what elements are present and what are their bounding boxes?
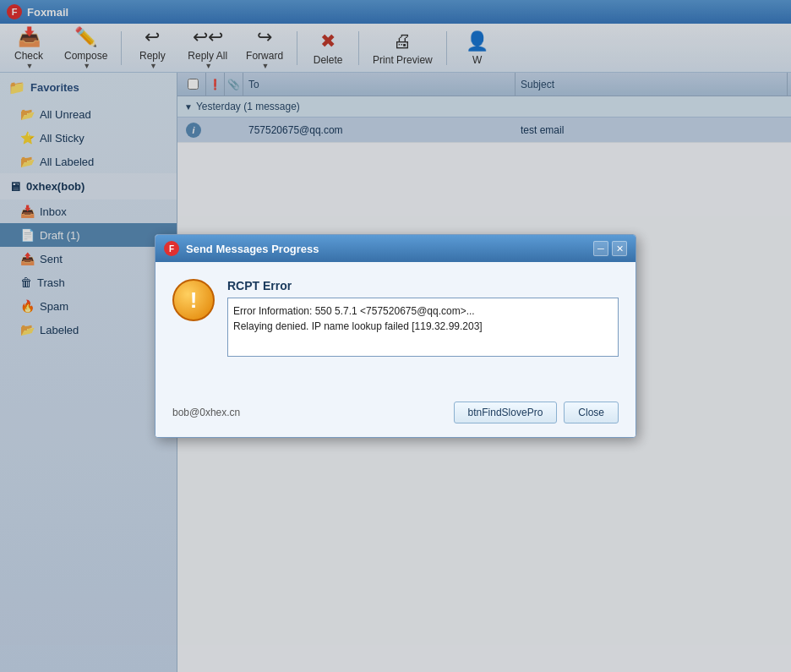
error-content: RCPT Error xyxy=(227,279,619,359)
modal-footer: bob@0xhex.cn btnFindSlovePro Close xyxy=(155,393,636,437)
error-title: RCPT Error xyxy=(227,279,619,292)
send-messages-progress-modal: F Send Messages Progress ─ ✕ ! RCPT Erro… xyxy=(155,234,636,438)
error-textbox[interactable] xyxy=(227,298,619,357)
modal-title-bar: F Send Messages Progress ─ ✕ xyxy=(155,235,636,262)
modal-close-btn[interactable]: Close xyxy=(564,402,619,423)
find-slove-pro-button[interactable]: btnFindSlovePro xyxy=(454,402,558,423)
modal-body: ! RCPT Error xyxy=(155,262,636,393)
modal-user-label: bob@0xhex.cn xyxy=(172,407,240,418)
modal-title-left: F Send Messages Progress xyxy=(164,241,319,256)
modal-close-button[interactable]: ✕ xyxy=(612,241,627,256)
modal-close-icon: ✕ xyxy=(616,243,624,254)
modal-minimize-button[interactable]: ─ xyxy=(593,241,608,256)
modal-minimize-icon: ─ xyxy=(597,243,604,254)
modal-error-section: ! RCPT Error xyxy=(172,279,619,359)
modal-title: Send Messages Progress xyxy=(186,243,319,255)
modal-overlay: F Send Messages Progress ─ ✕ ! RCPT Erro… xyxy=(0,0,791,672)
warning-icon: ! xyxy=(172,279,215,321)
modal-footer-buttons: btnFindSlovePro Close xyxy=(454,402,619,423)
modal-app-icon: F xyxy=(164,241,179,256)
modal-titlebar-buttons: ─ ✕ xyxy=(593,241,627,256)
